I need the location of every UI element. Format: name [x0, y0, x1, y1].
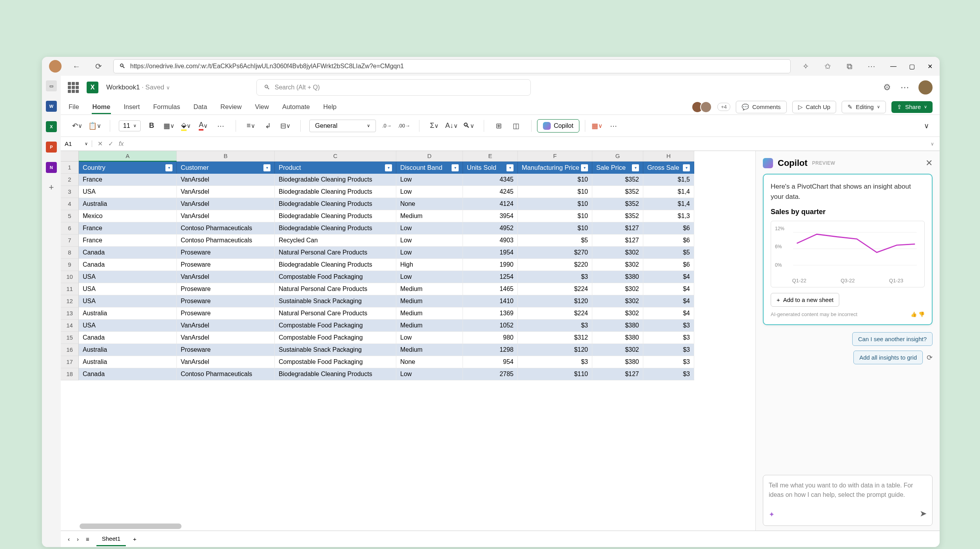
powerpoint-icon[interactable]: P — [46, 142, 57, 153]
cell[interactable]: Medium — [396, 210, 463, 222]
column-header[interactable]: A — [79, 151, 177, 162]
cell[interactable]: Proseware — [177, 344, 275, 356]
sort-filter-button[interactable]: A↓∨ — [445, 119, 458, 133]
onenote-icon[interactable]: N — [46, 162, 57, 173]
suggestion-another-insight[interactable]: Can I see another insight? — [852, 332, 933, 346]
cell[interactable]: Medium — [396, 344, 463, 356]
table-header[interactable]: Customer▾ — [177, 162, 275, 174]
cell[interactable]: $3 — [643, 344, 694, 356]
cell[interactable]: $3 — [518, 320, 592, 332]
cell[interactable]: Proseware — [177, 283, 275, 295]
cell[interactable]: USA — [79, 186, 177, 198]
cell[interactable]: $302 — [592, 307, 643, 320]
cell[interactable]: Compostable Food Packaging — [275, 271, 396, 283]
tab-home[interactable]: Home — [92, 103, 111, 114]
cell[interactable]: VanArsdel — [177, 332, 275, 344]
table-header[interactable]: Manufacturing Price▾ — [518, 162, 592, 174]
cell[interactable]: France — [79, 222, 177, 235]
align-button[interactable]: ≡∨ — [245, 119, 257, 133]
filter-icon[interactable]: ▾ — [632, 164, 639, 171]
cell[interactable]: Medium — [396, 320, 463, 332]
cell[interactable]: 1369 — [463, 307, 518, 320]
row-header[interactable]: 1 — [61, 162, 79, 174]
prev-sheet-icon[interactable]: ‹ — [68, 536, 70, 542]
sheet-tab[interactable]: Sheet1 — [96, 532, 126, 546]
table-header[interactable]: Sale Price▾ — [592, 162, 643, 174]
row-header[interactable]: 8 — [61, 247, 79, 259]
cell[interactable]: $1,4 — [643, 186, 694, 198]
table-header[interactable]: Discount Band▾ — [396, 162, 463, 174]
column-header[interactable]: B — [177, 151, 275, 162]
cell[interactable]: $10 — [518, 210, 592, 222]
excel-icon[interactable]: X — [46, 121, 57, 132]
cell[interactable]: Low — [396, 271, 463, 283]
cell[interactable]: Low — [396, 222, 463, 235]
row-header[interactable]: 12 — [61, 295, 79, 307]
toolbar-overflow-icon[interactable]: ⋯ — [607, 119, 620, 133]
cell[interactable]: USA — [79, 271, 177, 283]
cell[interactable]: $224 — [518, 283, 592, 295]
cell[interactable]: $3 — [643, 356, 694, 368]
cell[interactable]: $110 — [518, 368, 592, 380]
cell[interactable]: $127 — [592, 235, 643, 247]
cell[interactable]: $5 — [643, 247, 694, 259]
presence-avatars[interactable] — [695, 101, 712, 113]
tab-view[interactable]: View — [254, 103, 269, 111]
address-bar[interactable]: 🔍︎ https://onedrive.live.com/:w:/t/EaCKk… — [113, 59, 791, 73]
cell[interactable]: $120 — [518, 295, 592, 307]
borders-button[interactable]: ▦∨ — [163, 119, 175, 133]
cancel-formula-icon[interactable]: ✕ — [98, 140, 103, 147]
row-header[interactable]: 5 — [61, 210, 79, 222]
table-header[interactable]: Product▾ — [275, 162, 396, 174]
cell[interactable]: 4903 — [463, 235, 518, 247]
excel-app-icon[interactable]: X — [87, 82, 98, 93]
cell[interactable]: Natural Personal Care Products — [275, 247, 396, 259]
column-header[interactable]: C — [275, 151, 396, 162]
tab-formulas[interactable]: Formulas — [152, 103, 181, 111]
cell[interactable]: VanArsdel — [177, 198, 275, 210]
column-header[interactable]: G — [592, 151, 643, 162]
search-box[interactable]: 🔍︎ Search (Alt + Q) — [256, 79, 531, 96]
cell[interactable]: Biodegradable Cleaning Products — [275, 174, 396, 186]
cell[interactable]: USA — [79, 320, 177, 332]
name-box[interactable]: A1∨ — [61, 140, 92, 147]
column-header[interactable]: H — [643, 151, 694, 162]
cell[interactable]: $1,5 — [643, 174, 694, 186]
cell[interactable]: 980 — [463, 332, 518, 344]
filter-icon[interactable]: ▾ — [263, 164, 270, 171]
cell[interactable]: $127 — [592, 222, 643, 235]
cell[interactable]: $302 — [592, 295, 643, 307]
cell[interactable]: $302 — [592, 283, 643, 295]
horizontal-scrollbar[interactable] — [80, 524, 181, 529]
cell[interactable]: Low — [396, 247, 463, 259]
table-header[interactable]: Country▾ — [79, 162, 177, 174]
cell[interactable]: Canada — [79, 332, 177, 344]
cell[interactable]: 4345 — [463, 174, 518, 186]
cell[interactable]: Australia — [79, 198, 177, 210]
cell[interactable]: VanArsdel — [177, 271, 275, 283]
cell[interactable]: VanArsdel — [177, 210, 275, 222]
cell[interactable]: $3 — [518, 356, 592, 368]
cell[interactable]: $312 — [518, 332, 592, 344]
analyze-button[interactable]: ◫ — [510, 119, 523, 133]
cell[interactable]: 4245 — [463, 186, 518, 198]
row-header[interactable]: 17 — [61, 356, 79, 368]
thumbs-up-icon[interactable]: 👍 — [911, 311, 917, 317]
comments-button[interactable]: 💬Comments — [736, 101, 787, 113]
font-color-button[interactable]: A∨ — [197, 119, 210, 133]
cell[interactable]: Recycled Can — [275, 235, 396, 247]
addins-button[interactable]: ⊞ — [493, 119, 505, 133]
cell[interactable]: Sustainable Snack Packaging — [275, 344, 396, 356]
format-table-button[interactable]: ▦∨ — [591, 119, 603, 133]
cell[interactable]: Contoso Pharmaceuticals — [177, 222, 275, 235]
editing-mode-button[interactable]: ✎Editing∨ — [842, 101, 886, 113]
cell[interactable]: $10 — [518, 174, 592, 186]
add-to-sheet-button[interactable]: +Add to a new sheet — [771, 293, 839, 307]
cell[interactable]: 4124 — [463, 198, 518, 210]
next-sheet-icon[interactable]: › — [77, 536, 79, 542]
cell[interactable]: $4 — [643, 295, 694, 307]
more-font-icon[interactable]: ⋯ — [214, 119, 227, 133]
select-all-corner[interactable] — [61, 151, 79, 162]
cell[interactable]: 2785 — [463, 368, 518, 380]
tab-insert[interactable]: Insert — [123, 103, 140, 111]
